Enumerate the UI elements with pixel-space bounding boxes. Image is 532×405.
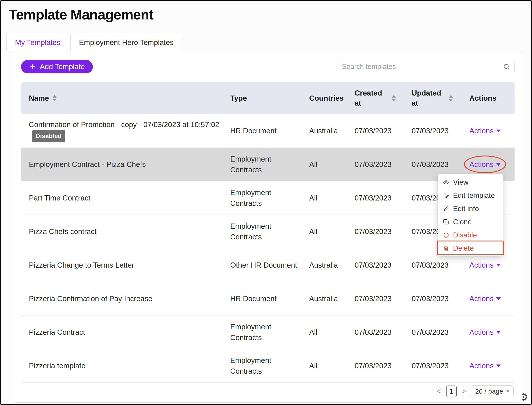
cell-type: HR Document — [230, 293, 309, 304]
cell-updated-at: 07/03/2023 — [412, 327, 469, 338]
sort-icon — [392, 95, 396, 101]
cell-countries: All — [309, 159, 355, 170]
pagination-page-1[interactable]: 1 — [446, 385, 457, 397]
cell-actions: Actions — [469, 360, 507, 371]
cell-created-at: 07/03/2023 — [355, 327, 412, 338]
actions-dropdown-trigger[interactable]: Actions — [469, 260, 501, 270]
chevron-down-icon — [496, 129, 501, 132]
column-label: Actions — [469, 93, 496, 104]
menu-item-view[interactable]: View — [438, 176, 503, 189]
clone-icon — [443, 219, 449, 225]
cell-created-at: 07/03/2023 — [355, 159, 412, 170]
table-header: Name Type Countries Created at Updated a… — [21, 82, 515, 114]
actions-dropdown-trigger[interactable]: Actions — [469, 126, 501, 136]
template-name: Part Time Contract — [29, 194, 90, 202]
cell-type: Other HR Document — [230, 260, 309, 270]
actions-dropdown-trigger[interactable]: Actions — [469, 327, 501, 338]
eye-icon — [443, 179, 449, 185]
cell-created-at: 07/03/2023 — [355, 226, 412, 237]
column-header-countries: Countries — [309, 93, 355, 104]
table-row: Pizzeria Contract Employment Contracts A… — [21, 316, 515, 349]
actions-label: Actions — [469, 159, 493, 170]
column-header-type: Type — [230, 93, 309, 104]
search-icon — [503, 63, 510, 70]
cell-countries: Australia — [309, 260, 355, 270]
cell-type: HR Document — [230, 126, 309, 136]
table-row: Pizzeria Confirmation of Pay Increase HR… — [21, 282, 515, 316]
cell-updated-at: 07/03/2023 — [412, 260, 469, 270]
pagination-next-button[interactable]: > — [461, 387, 467, 396]
add-template-button[interactable]: Add Template — [21, 60, 93, 73]
table-row: Pizzeria template Employment Contracts A… — [21, 349, 515, 383]
column-label: Name — [29, 93, 49, 104]
chevron-down-icon — [496, 264, 501, 266]
plus-icon — [29, 63, 36, 70]
template-name: Employment Contract - Pizza Chefs — [29, 160, 146, 169]
menu-item-clone[interactable]: Clone — [438, 215, 503, 229]
tab-label: My Templates — [15, 38, 61, 47]
cell-countries: All — [309, 327, 355, 338]
chevron-down-icon — [496, 331, 501, 334]
column-header-name[interactable]: Name — [29, 93, 230, 104]
cell-template-name: Pizza Chefs contract — [29, 226, 230, 237]
cell-countries: All — [309, 360, 355, 371]
actions-dropdown-trigger[interactable]: Actions — [469, 159, 501, 170]
cell-template-name: Pizzeria Confirmation of Pay Increase — [29, 293, 230, 304]
pagination: < 1 > 20 / page — [21, 385, 515, 397]
cell-actions: Actions — [469, 159, 507, 170]
cell-updated-at: 07/03/2023 — [412, 360, 469, 371]
template-name: Pizzeria Confirmation of Pay Increase — [29, 294, 152, 303]
template-name: Pizzeria template — [29, 362, 86, 370]
tab-my-templates[interactable]: My Templates — [7, 34, 69, 51]
cell-updated-at: 07/03/2023 — [412, 126, 469, 136]
cell-countries: Australia — [309, 293, 355, 304]
chevron-down-icon — [496, 163, 501, 166]
actions-dropdown-trigger[interactable]: Actions — [469, 360, 501, 371]
menu-item-edit-info[interactable]: Edit info — [438, 202, 503, 215]
status-badge: Disabled — [32, 130, 65, 142]
search-input[interactable] — [337, 60, 515, 73]
actions-label: Actions — [469, 327, 493, 338]
template-name: Pizza Chefs contract — [29, 227, 97, 236]
pagination-prev-button[interactable]: < — [436, 387, 442, 396]
menu-item-label: Edit info — [453, 204, 479, 213]
cell-template-name: Pizzeria template — [29, 360, 230, 371]
cell-type: Employment Contracts — [230, 322, 309, 343]
menu-item-disable[interactable]: Disable — [438, 229, 503, 242]
page-size-select[interactable]: 20 / page — [471, 385, 514, 397]
cell-actions: Actions — [469, 293, 507, 304]
column-label: Type — [230, 93, 247, 104]
menu-item-delete[interactable]: Delete — [438, 242, 503, 255]
page-title: Template Management — [9, 7, 531, 23]
chevron-down-icon — [506, 391, 509, 392]
cell-updated-at: 07/03/2023 — [412, 293, 469, 304]
column-header-created-at[interactable]: Created at — [355, 88, 412, 108]
table-row: Confirmation of Promotion - copy - 07/03… — [21, 114, 515, 148]
menu-item-label: Delete — [453, 244, 474, 252]
actions-dropdown-trigger[interactable]: Actions — [469, 293, 501, 304]
cell-actions: Actions — [469, 260, 507, 270]
cell-created-at: 07/03/2023 — [355, 193, 412, 203]
trash-icon — [443, 245, 449, 251]
menu-item-edit-template[interactable]: Edit template — [438, 189, 503, 202]
cell-created-at: 07/03/2023 — [355, 293, 412, 304]
sort-icon — [449, 95, 453, 101]
pencil-icon — [443, 206, 449, 212]
column-label: Created at — [355, 88, 388, 108]
menu-item-label: Clone — [453, 218, 472, 226]
app-window: Template Management My Templates Employm… — [0, 0, 532, 405]
page-size-value: 20 / page — [475, 388, 503, 395]
tab-employment-hero-templates[interactable]: Employment Hero Templates — [70, 34, 182, 51]
template-name: Confirmation of Promotion - copy - 07/03… — [29, 120, 219, 129]
cell-created-at: 07/03/2023 — [355, 126, 412, 136]
chevron-down-icon — [496, 364, 501, 367]
cell-template-name: Pizzeria Contract — [29, 327, 230, 338]
add-template-label: Add Template — [40, 62, 85, 71]
menu-item-label: View — [453, 178, 468, 186]
edit-template-icon — [443, 192, 449, 199]
column-header-actions: Actions — [469, 93, 507, 104]
cell-template-name: Pizzeria Change to Terms Letter — [29, 260, 230, 270]
chevron-down-icon — [496, 297, 501, 300]
column-header-updated-at[interactable]: Updated at — [412, 88, 469, 108]
column-label: Countries — [309, 93, 344, 104]
